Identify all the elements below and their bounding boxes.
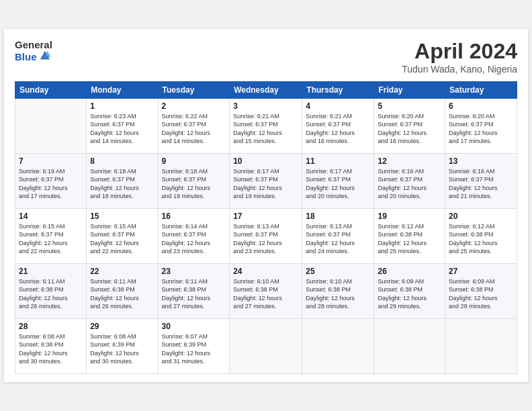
month-title: April 2024	[402, 40, 517, 63]
col-header-saturday: Saturday	[445, 81, 517, 98]
calendar-container: General Blue April 2024 Tudun Wada, Kano…	[4, 29, 528, 381]
col-header-tuesday: Tuesday	[158, 81, 230, 98]
day-info: Sunrise: 6:13 AM Sunset: 6:37 PM Dayligh…	[306, 222, 370, 256]
day-number: 6	[449, 101, 513, 111]
logo-area: General Blue	[15, 40, 52, 64]
day-cell: 12Sunrise: 6:16 AM Sunset: 6:37 PM Dayli…	[374, 153, 445, 208]
day-cell: 22Sunrise: 6:11 AM Sunset: 6:38 PM Dayli…	[87, 263, 158, 318]
day-cell: 7Sunrise: 6:19 AM Sunset: 6:37 PM Daylig…	[15, 153, 87, 208]
day-info: Sunrise: 6:11 AM Sunset: 6:38 PM Dayligh…	[162, 277, 226, 311]
day-info: Sunrise: 6:10 AM Sunset: 6:38 PM Dayligh…	[233, 277, 298, 311]
day-number: 20	[449, 212, 513, 221]
day-cell: 25Sunrise: 6:10 AM Sunset: 6:38 PM Dayli…	[302, 263, 374, 318]
day-number: 10	[233, 156, 298, 166]
day-number: 3	[233, 101, 298, 111]
day-cell	[374, 318, 445, 373]
day-info: Sunrise: 6:16 AM Sunset: 6:37 PM Dayligh…	[449, 167, 513, 201]
day-cell: 23Sunrise: 6:11 AM Sunset: 6:38 PM Dayli…	[158, 263, 230, 318]
day-cell: 4Sunrise: 6:21 AM Sunset: 6:37 PM Daylig…	[302, 98, 374, 153]
col-header-monday: Monday	[87, 81, 158, 98]
day-cell: 1Sunrise: 6:23 AM Sunset: 6:37 PM Daylig…	[87, 98, 158, 153]
day-info: Sunrise: 6:11 AM Sunset: 6:38 PM Dayligh…	[90, 277, 154, 311]
day-info: Sunrise: 6:15 AM Sunset: 6:37 PM Dayligh…	[90, 222, 154, 256]
day-cell: 28Sunrise: 6:08 AM Sunset: 6:38 PM Dayli…	[15, 318, 87, 373]
day-info: Sunrise: 6:20 AM Sunset: 6:37 PM Dayligh…	[449, 112, 513, 146]
day-number: 21	[19, 267, 83, 276]
logo-text: General Blue	[15, 40, 52, 64]
day-info: Sunrise: 6:12 AM Sunset: 6:38 PM Dayligh…	[449, 222, 513, 256]
header-row: SundayMondayTuesdayWednesdayThursdayFrid…	[15, 81, 517, 98]
day-number: 9	[162, 156, 226, 166]
day-cell: 8Sunrise: 6:18 AM Sunset: 6:37 PM Daylig…	[87, 153, 158, 208]
day-info: Sunrise: 6:21 AM Sunset: 6:37 PM Dayligh…	[233, 112, 298, 146]
day-info: Sunrise: 6:12 AM Sunset: 6:38 PM Dayligh…	[378, 222, 441, 256]
week-row-3: 21Sunrise: 6:11 AM Sunset: 6:38 PM Dayli…	[15, 263, 517, 318]
logo-blue: Blue	[15, 52, 37, 63]
day-cell: 30Sunrise: 6:07 AM Sunset: 6:39 PM Dayli…	[158, 318, 230, 373]
day-info: Sunrise: 6:18 AM Sunset: 6:37 PM Dayligh…	[90, 167, 154, 201]
day-cell: 5Sunrise: 6:20 AM Sunset: 6:37 PM Daylig…	[374, 98, 445, 153]
day-cell: 27Sunrise: 6:09 AM Sunset: 6:38 PM Dayli…	[445, 263, 517, 318]
day-cell: 29Sunrise: 6:08 AM Sunset: 6:39 PM Dayli…	[87, 318, 158, 373]
day-number: 23	[162, 267, 226, 276]
col-header-sunday: Sunday	[15, 81, 87, 98]
day-number: 8	[90, 156, 154, 166]
day-info: Sunrise: 6:23 AM Sunset: 6:37 PM Dayligh…	[90, 112, 154, 146]
day-cell: 9Sunrise: 6:18 AM Sunset: 6:37 PM Daylig…	[158, 153, 230, 208]
day-number: 7	[19, 156, 83, 166]
day-info: Sunrise: 6:11 AM Sunset: 6:38 PM Dayligh…	[19, 277, 83, 311]
day-cell	[15, 98, 87, 153]
col-header-thursday: Thursday	[302, 81, 374, 98]
day-number: 11	[306, 156, 370, 166]
day-info: Sunrise: 6:22 AM Sunset: 6:37 PM Dayligh…	[162, 112, 226, 146]
day-info: Sunrise: 6:17 AM Sunset: 6:37 PM Dayligh…	[233, 167, 298, 201]
col-header-wednesday: Wednesday	[230, 81, 302, 98]
day-cell: 16Sunrise: 6:14 AM Sunset: 6:37 PM Dayli…	[158, 208, 230, 263]
day-info: Sunrise: 6:10 AM Sunset: 6:38 PM Dayligh…	[306, 277, 370, 311]
day-number: 25	[306, 267, 370, 276]
day-info: Sunrise: 6:19 AM Sunset: 6:37 PM Dayligh…	[19, 167, 83, 201]
logo-icon	[39, 50, 51, 64]
day-cell: 24Sunrise: 6:10 AM Sunset: 6:38 PM Dayli…	[230, 263, 302, 318]
day-info: Sunrise: 6:16 AM Sunset: 6:37 PM Dayligh…	[378, 167, 441, 201]
day-cell: 18Sunrise: 6:13 AM Sunset: 6:37 PM Dayli…	[302, 208, 374, 263]
day-number: 22	[90, 267, 154, 276]
day-number: 12	[378, 156, 441, 166]
day-number: 24	[233, 267, 298, 276]
day-cell: 21Sunrise: 6:11 AM Sunset: 6:38 PM Dayli…	[15, 263, 87, 318]
day-number: 16	[162, 212, 226, 221]
day-cell	[445, 318, 517, 373]
day-cell: 14Sunrise: 6:15 AM Sunset: 6:37 PM Dayli…	[15, 208, 87, 263]
day-cell: 13Sunrise: 6:16 AM Sunset: 6:37 PM Dayli…	[445, 153, 517, 208]
col-header-friday: Friday	[374, 81, 445, 98]
title-area: April 2024 Tudun Wada, Kano, Nigeria	[402, 40, 517, 74]
day-number: 30	[162, 322, 226, 331]
day-number: 13	[449, 156, 513, 166]
day-info: Sunrise: 6:15 AM Sunset: 6:37 PM Dayligh…	[19, 222, 83, 256]
day-number: 14	[19, 212, 83, 221]
day-info: Sunrise: 6:14 AM Sunset: 6:37 PM Dayligh…	[162, 222, 226, 256]
day-cell: 17Sunrise: 6:13 AM Sunset: 6:37 PM Dayli…	[230, 208, 302, 263]
day-cell: 26Sunrise: 6:09 AM Sunset: 6:38 PM Dayli…	[374, 263, 445, 318]
day-info: Sunrise: 6:09 AM Sunset: 6:38 PM Dayligh…	[378, 277, 441, 311]
day-number: 26	[378, 267, 441, 276]
day-cell: 15Sunrise: 6:15 AM Sunset: 6:37 PM Dayli…	[87, 208, 158, 263]
calendar-table: SundayMondayTuesdayWednesdayThursdayFrid…	[15, 81, 517, 374]
week-row-0: 1Sunrise: 6:23 AM Sunset: 6:37 PM Daylig…	[15, 98, 517, 153]
day-cell: 3Sunrise: 6:21 AM Sunset: 6:37 PM Daylig…	[230, 98, 302, 153]
day-cell	[230, 318, 302, 373]
calendar-header: General Blue April 2024 Tudun Wada, Kano…	[15, 40, 517, 74]
week-row-4: 28Sunrise: 6:08 AM Sunset: 6:38 PM Dayli…	[15, 318, 517, 373]
day-info: Sunrise: 6:09 AM Sunset: 6:38 PM Dayligh…	[449, 277, 513, 311]
day-cell: 19Sunrise: 6:12 AM Sunset: 6:38 PM Dayli…	[374, 208, 445, 263]
day-info: Sunrise: 6:18 AM Sunset: 6:37 PM Dayligh…	[162, 167, 226, 201]
day-number: 4	[306, 101, 370, 111]
day-number: 27	[449, 267, 513, 276]
day-number: 18	[306, 212, 370, 221]
day-cell: 6Sunrise: 6:20 AM Sunset: 6:37 PM Daylig…	[445, 98, 517, 153]
week-row-1: 7Sunrise: 6:19 AM Sunset: 6:37 PM Daylig…	[15, 153, 517, 208]
day-info: Sunrise: 6:21 AM Sunset: 6:37 PM Dayligh…	[306, 112, 370, 146]
day-info: Sunrise: 6:08 AM Sunset: 6:38 PM Dayligh…	[19, 332, 83, 366]
day-info: Sunrise: 6:07 AM Sunset: 6:39 PM Dayligh…	[162, 332, 226, 366]
week-row-2: 14Sunrise: 6:15 AM Sunset: 6:37 PM Dayli…	[15, 208, 517, 263]
